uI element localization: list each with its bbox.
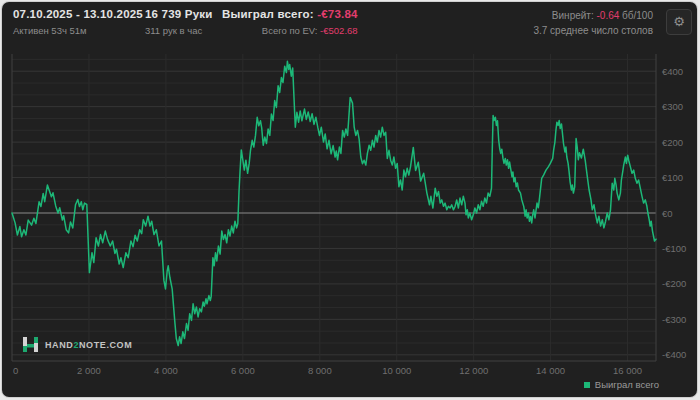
winrate-unit: бб/100 <box>622 10 653 21</box>
hand2note-logo-icon <box>22 336 39 353</box>
y-axis-label: -€400 <box>662 349 686 360</box>
y-axis-label: -€200 <box>662 278 686 289</box>
stats-header: 07.10.2025 - 13.10.2025 Активен 53ч 51м … <box>2 2 697 52</box>
ev-line: Всего по EV: -€502.68 <box>222 26 358 36</box>
ev-value: -€502.68 <box>320 25 358 36</box>
won-total-line: Выиграл всего: -€73.84 <box>222 9 358 21</box>
legend-label: Выиграл всего <box>595 379 659 390</box>
y-axis-label: €300 <box>662 101 683 112</box>
y-axis-label: €100 <box>662 172 683 183</box>
winrate-line: Винрейт: -0.64 бб/100 <box>533 11 653 21</box>
winrate-stat: Винрейт: -0.64 бб/100 3.7 среднее число … <box>533 11 653 36</box>
x-axis-label: 4 000 <box>154 365 178 376</box>
hands-stat: 16 739 Руки 311 рук в час <box>145 9 212 35</box>
y-axis-label: €200 <box>662 137 683 148</box>
x-axis-label: 16 000 <box>613 365 642 376</box>
winrate-value: -0.64 <box>597 10 620 21</box>
x-axis-label: 2 000 <box>77 365 101 376</box>
x-axis-label: 12 000 <box>459 365 488 376</box>
x-axis-label: 8 000 <box>308 365 332 376</box>
hands-per-hour: 311 рук в час <box>145 26 212 36</box>
settings-button[interactable]: ⚙ <box>666 9 692 35</box>
date-range-stat: 07.10.2025 - 13.10.2025 Активен 53ч 51м <box>13 9 143 35</box>
y-axis-label: -€300 <box>662 314 686 325</box>
x-axis-label: 14 000 <box>536 365 565 376</box>
hands-total: 16 739 Руки <box>145 9 212 21</box>
gear-icon: ⚙ <box>673 14 685 29</box>
winrate-label: Винрейт: <box>552 10 594 21</box>
won-label: Выиграл всего: <box>222 8 314 20</box>
y-axis-label: €400 <box>662 66 683 77</box>
hand2note-logo: HAND2NOTE.COM <box>22 336 132 353</box>
winnings-line <box>12 61 656 345</box>
y-axis-label: -€100 <box>662 243 686 254</box>
legend-item-winnings[interactable]: Выиграл всего <box>584 379 659 390</box>
avg-tables: 3.7 среднее число столов <box>533 26 653 36</box>
active-time: Активен 53ч 51м <box>13 26 143 36</box>
y-axis-label: €0 <box>662 208 673 219</box>
x-axis-label: 6 000 <box>231 365 255 376</box>
legend-green-dot-icon <box>584 382 590 388</box>
date-range: 07.10.2025 - 13.10.2025 <box>13 9 143 21</box>
x-axis-label: 10 000 <box>382 365 411 376</box>
winnings-stat: Выиграл всего: -€73.84 Всего по EV: -€50… <box>222 9 358 35</box>
hand2note-logo-text: HAND2NOTE.COM <box>45 340 132 350</box>
ev-label: Всего по EV: <box>262 25 318 36</box>
won-value: -€73.84 <box>317 8 357 20</box>
x-axis-label: 0 <box>13 365 18 376</box>
hand2note-graph-window: €400€300€200€100€0-€100-€200-€300-€40002… <box>2 2 697 397</box>
